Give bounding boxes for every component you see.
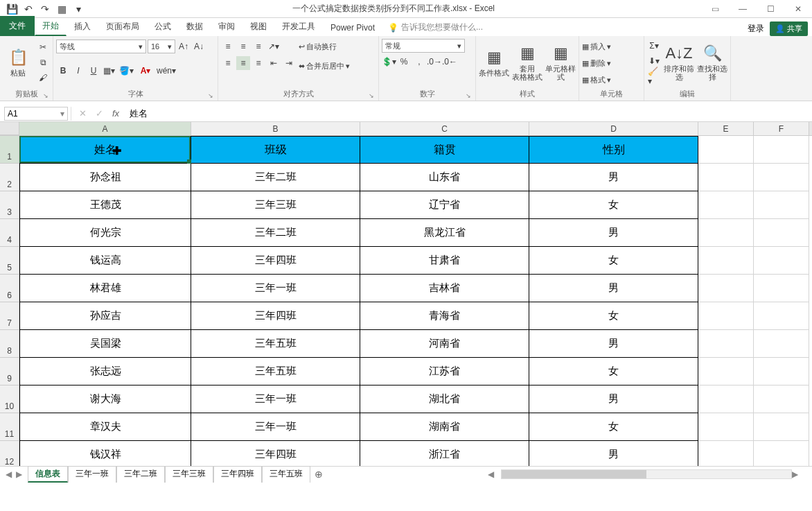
cell-A5[interactable]: 钱运高 xyxy=(19,247,191,275)
cell-B7[interactable]: 三年四班 xyxy=(191,302,360,330)
cell-D3[interactable]: 女 xyxy=(529,191,698,219)
tab-home[interactable]: 开始 xyxy=(35,17,67,36)
row-header-4[interactable]: 4 xyxy=(0,219,19,247)
cell-D10[interactable]: 男 xyxy=(529,386,698,413)
cell-E8[interactable] xyxy=(698,330,754,358)
clipboard-launcher[interactable]: ↘ xyxy=(43,92,48,99)
cell-D12[interactable]: 男 xyxy=(529,441,698,466)
increase-font-button[interactable]: A↑ xyxy=(177,40,191,53)
cell-D7[interactable]: 女 xyxy=(529,302,698,330)
insert-cells-button[interactable]: ▦ 插入 ▾ xyxy=(582,39,611,54)
name-box[interactable]: A1▾ xyxy=(4,107,68,121)
column-header-D[interactable]: D xyxy=(529,122,698,135)
cell-C4[interactable]: 黑龙江省 xyxy=(360,219,529,247)
sheet-tab-三年四班[interactable]: 三年四班 xyxy=(213,466,262,483)
cell-C8[interactable]: 河南省 xyxy=(360,330,529,358)
cancel-formula-button[interactable]: ✕ xyxy=(74,108,91,119)
cell-E6[interactable] xyxy=(698,275,754,302)
format-cells-button[interactable]: ▦ 格式 ▾ xyxy=(582,72,611,87)
row-header-9[interactable]: 9 xyxy=(0,358,19,386)
merge-center-button[interactable]: ⬌ 合并后居中 ▾ xyxy=(299,58,350,73)
increase-indent-button[interactable]: ⇥ xyxy=(282,56,296,70)
font-name-combo[interactable]: 等线▾ xyxy=(56,40,146,53)
cell-B2[interactable]: 三年二班 xyxy=(191,164,360,191)
italic-button[interactable]: I xyxy=(71,64,85,78)
cell-B11[interactable]: 三年一班 xyxy=(191,413,360,441)
cell-B8[interactable]: 三年五班 xyxy=(191,330,360,358)
formula-input[interactable]: 姓名 xyxy=(124,107,812,120)
conditional-format-button[interactable]: ▦条件格式 xyxy=(479,39,509,85)
underline-button[interactable]: U xyxy=(87,64,100,78)
cell-C10[interactable]: 湖北省 xyxy=(360,386,529,413)
touch-mode-button[interactable]: ▦ xyxy=(54,1,69,17)
decrease-indent-button[interactable]: ⇤ xyxy=(267,56,281,70)
save-button[interactable]: 💾 xyxy=(4,1,19,17)
align-top-button[interactable]: ≡ xyxy=(221,40,235,53)
bold-button[interactable]: B xyxy=(56,64,70,78)
cell-A8[interactable]: 吴国梁 xyxy=(19,330,191,358)
row-header-7[interactable]: 7 xyxy=(0,302,19,330)
cell-E12[interactable] xyxy=(698,441,754,466)
row-header-3[interactable]: 3 xyxy=(0,191,19,219)
row-header-1[interactable]: 1 xyxy=(0,136,19,164)
cell-E9[interactable] xyxy=(698,358,754,386)
row-header-2[interactable]: 2 xyxy=(0,164,19,191)
decrease-font-button[interactable]: A↓ xyxy=(192,40,206,53)
cell-F8[interactable] xyxy=(754,330,809,358)
cell-A6[interactable]: 林君雄 xyxy=(19,275,191,302)
cell-A11[interactable]: 章汉夫 xyxy=(19,413,191,441)
cell-C11[interactable]: 湖南省 xyxy=(360,413,529,441)
fill-color-button[interactable]: 🪣▾ xyxy=(117,64,135,78)
insert-function-button[interactable]: fx xyxy=(107,108,124,119)
decrease-decimal-button[interactable]: .0← xyxy=(443,55,457,69)
tell-me-search[interactable]: 💡告诉我您想要做什么... xyxy=(382,19,488,36)
percent-format-button[interactable]: % xyxy=(397,55,411,69)
font-size-combo[interactable]: 16▾ xyxy=(148,40,175,53)
clear-button[interactable]: 🧹▾ xyxy=(647,69,661,83)
select-all-corner[interactable] xyxy=(0,122,19,135)
column-header-B[interactable]: B xyxy=(191,122,360,135)
new-sheet-button[interactable]: ⊕ xyxy=(310,469,327,480)
row-header-8[interactable]: 8 xyxy=(0,330,19,358)
cell-A10[interactable]: 谢大海 xyxy=(19,386,191,413)
cell-E2[interactable] xyxy=(698,164,754,191)
font-launcher[interactable]: ↘ xyxy=(208,92,213,99)
cell-D9[interactable]: 女 xyxy=(529,358,698,386)
cell-F10[interactable] xyxy=(754,386,809,413)
find-select-button[interactable]: 🔍查找和选择 xyxy=(697,39,727,85)
format-painter-button[interactable]: 🖌 xyxy=(36,71,50,85)
wrap-text-button[interactable]: ↩ 自动换行 xyxy=(299,39,350,54)
cell-styles-button[interactable]: ▦单元格样式 xyxy=(545,39,576,85)
tab-formulas[interactable]: 公式 xyxy=(147,17,179,36)
align-launcher[interactable]: ↘ xyxy=(369,92,374,99)
comma-format-button[interactable]: , xyxy=(412,55,426,69)
autosum-button[interactable]: Σ▾ xyxy=(647,39,661,53)
cell-B6[interactable]: 三年一班 xyxy=(191,275,360,302)
accounting-format-button[interactable]: 💲▾ xyxy=(382,55,396,69)
horizontal-scrollbar[interactable]: ◀ ▶ xyxy=(327,469,812,479)
cell-F7[interactable] xyxy=(754,302,809,330)
redo-button[interactable]: ↷ xyxy=(37,1,53,17)
cell-F1[interactable] xyxy=(754,136,809,164)
cell-A7[interactable]: 孙应吉 xyxy=(19,302,191,330)
sheet-nav-next[interactable]: ▶ xyxy=(15,469,24,479)
cell-D11[interactable]: 女 xyxy=(529,413,698,441)
fill-button[interactable]: ⬇▾ xyxy=(647,54,661,68)
cell-E5[interactable] xyxy=(698,247,754,275)
cell-B9[interactable]: 三年五班 xyxy=(191,358,360,386)
cell-B4[interactable]: 三年二班 xyxy=(191,219,360,247)
cell-D5[interactable]: 女 xyxy=(529,247,698,275)
maximize-button[interactable]: ☐ xyxy=(757,0,784,18)
sheet-tab-信息表[interactable]: 信息表 xyxy=(28,466,68,483)
undo-button[interactable]: ↶ xyxy=(21,1,36,17)
enter-formula-button[interactable]: ✓ xyxy=(91,108,107,119)
cell-F5[interactable] xyxy=(754,247,809,275)
tab-powerpivot[interactable]: Power Pivot xyxy=(323,19,382,36)
paste-button[interactable]: 📋粘贴 xyxy=(3,39,33,85)
minimize-button[interactable]: — xyxy=(729,0,757,18)
cell-E4[interactable] xyxy=(698,219,754,247)
cell-D6[interactable]: 男 xyxy=(529,275,698,302)
cell-E11[interactable] xyxy=(698,413,754,441)
phonetic-button[interactable]: wén▾ xyxy=(156,64,177,78)
cell-A3[interactable]: 王德茂 xyxy=(19,191,191,219)
